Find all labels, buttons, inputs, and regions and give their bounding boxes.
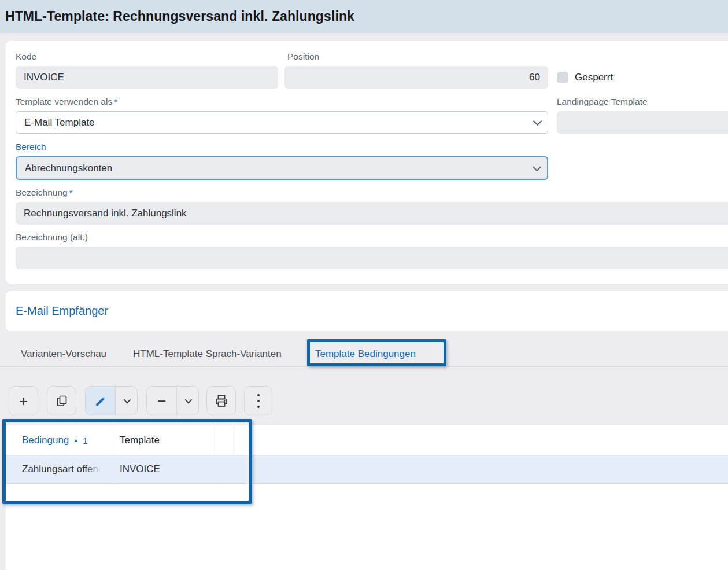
plus-icon: +	[19, 394, 28, 409]
chevron-down-icon	[185, 396, 193, 404]
required-marker: *	[69, 187, 73, 197]
table-header-row: Bedingung ▲ 1 Template	[6, 425, 728, 455]
gesperrt-label: Gesperrt	[575, 72, 613, 83]
tab-varianten-vorschau[interactable]: Varianten-Vorschau	[21, 348, 106, 360]
tab-html-template-sprach-varianten[interactable]: HTML-Template Sprach-Varianten	[133, 348, 282, 360]
sort-order-badge: 1	[83, 436, 87, 446]
bereich-label: Bereich	[16, 142, 46, 152]
template-verwenden-als-select[interactable]: E-Mail Template	[16, 111, 548, 134]
tabs-divider	[0, 366, 728, 367]
window-titlebar: HTML-Template: Rechnungsversand inkl. Za…	[0, 0, 728, 33]
remove-button[interactable]: −	[147, 387, 176, 415]
position-value: 60	[529, 72, 540, 83]
position-input[interactable]: 60	[284, 66, 548, 89]
landingpage-template-input[interactable]	[557, 111, 728, 134]
add-button[interactable]: +	[9, 386, 38, 415]
print-button[interactable]	[206, 386, 236, 415]
column-header-bedingung[interactable]: Bedingung ▲ 1	[22, 425, 88, 455]
position-label: Position	[287, 52, 319, 62]
kode-value: INVOICE	[24, 72, 64, 83]
printer-icon	[214, 394, 229, 409]
bezeichnung-value: Rechnungsversand inkl. Zahlungslink	[24, 208, 187, 219]
minus-icon: −	[157, 394, 166, 409]
kode-label: Kode	[16, 52, 36, 62]
landingpage-template-label: Landingpage Template	[557, 97, 648, 107]
column-header-template[interactable]: Template	[120, 425, 160, 455]
edit-split-button	[85, 386, 138, 415]
more-options-button[interactable]	[244, 386, 272, 415]
bereich-select[interactable]: Abrechnungskonten	[16, 156, 548, 180]
bezeichnung-alt-input[interactable]	[16, 247, 728, 269]
sort-ascending-icon: ▲	[73, 437, 79, 443]
tab-template-bedingungen[interactable]: Template Bedingungen	[315, 348, 416, 360]
gesperrt-checkbox[interactable]	[557, 72, 568, 83]
bereich-value: Abrechnungskonten	[25, 163, 112, 174]
email-empfaenger-section[interactable]: E-Mail Empfänger	[6, 291, 728, 331]
template-verwenden-als-value: E-Mail Template	[24, 117, 95, 128]
cell-bedingung: Zahlungsart offene	[22, 464, 104, 475]
edit-dropdown-button[interactable]	[115, 387, 137, 415]
bezeichnung-label: Bezeichnung*	[16, 187, 73, 198]
copy-button[interactable]	[47, 386, 76, 415]
section-title: E-Mail Empfänger	[16, 304, 108, 318]
bezeichnung-alt-label: Bezeichnung (alt.)	[16, 232, 88, 242]
conditions-table: Bedingung ▲ 1 Template Zahlungsart offen…	[6, 425, 728, 570]
chevron-down-icon	[124, 396, 131, 404]
template-verwenden-als-label: Template verwenden als*	[16, 97, 117, 107]
edit-button[interactable]	[86, 387, 115, 415]
kode-input[interactable]: INVOICE	[16, 66, 278, 89]
remove-split-button: −	[146, 386, 199, 415]
copy-icon	[55, 394, 69, 408]
required-marker: *	[114, 97, 117, 106]
chevron-down-icon	[533, 117, 542, 126]
page-title: HTML-Template: Rechnungsversand inkl. Za…	[5, 9, 354, 24]
bezeichnung-input[interactable]: Rechnungsversand inkl. Zahlungslink	[16, 202, 728, 225]
table-row-empty[interactable]	[6, 484, 728, 502]
remove-dropdown-button[interactable]	[176, 387, 198, 415]
cell-template: INVOICE	[120, 464, 160, 475]
kebab-menu-icon	[257, 394, 260, 408]
pencil-icon	[94, 395, 107, 407]
table-row[interactable]: Zahlungsart offene INVOICE	[6, 455, 728, 484]
chevron-down-icon	[533, 163, 542, 172]
